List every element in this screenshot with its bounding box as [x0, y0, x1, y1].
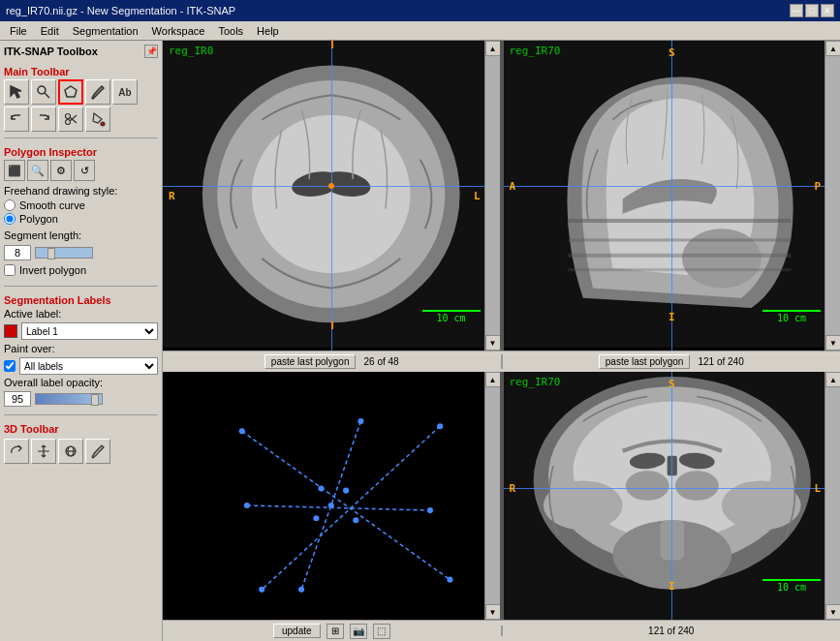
cardinal-L-tl: L: [474, 190, 481, 202]
smooth-curve-row: Smooth curve: [4, 199, 158, 211]
bottom-icon-left-2[interactable]: 📷: [350, 624, 367, 639]
paste-polygon-button-right[interactable]: paste last polygon: [599, 354, 691, 369]
bottom-status-right: 121 of 240: [501, 626, 841, 636]
opacity-input[interactable]: 95: [4, 391, 31, 407]
viewport-bottom-status-bar: update ⊞ 📷 ⬚ 121 of 240: [163, 620, 840, 641]
divider-2: [4, 286, 158, 287]
svg-point-0: [38, 86, 46, 94]
polygon-radio[interactable]: [4, 213, 16, 225]
slice-info-br: 121 of 240: [648, 626, 694, 636]
bucket-button[interactable]: [85, 107, 110, 132]
menu-file[interactable]: File: [4, 24, 33, 38]
update-button[interactable]: update: [273, 624, 321, 638]
smooth-curve-label: Smooth curve: [19, 199, 85, 211]
minimize-button[interactable]: —: [790, 4, 803, 17]
svg-rect-22: [568, 268, 791, 271]
viewport-area: reg_IR0 R L 10 cm ▲ ▼: [163, 41, 840, 641]
menu-help[interactable]: Help: [251, 24, 285, 38]
menu-tools[interactable]: Tools: [212, 24, 249, 38]
segment-length-row: Segment length:: [4, 229, 158, 241]
bottom-icon-left-1[interactable]: ⊞: [327, 624, 344, 639]
svg-point-48: [625, 471, 669, 501]
menu-workspace[interactable]: Workspace: [146, 24, 211, 38]
scroll-up-bl[interactable]: ▲: [485, 372, 501, 387]
cardinal-S-tr: S: [669, 46, 675, 59]
active-label-label: Active label:: [4, 308, 61, 320]
3d-mesh-button[interactable]: [58, 439, 83, 464]
svg-point-38: [313, 515, 319, 521]
inspector-btn-1[interactable]: ⬛: [4, 160, 25, 181]
svg-point-33: [298, 587, 304, 593]
active-label-select[interactable]: Label 1: [21, 322, 158, 340]
segment-length-label: Segment length:: [4, 229, 81, 241]
cardinal-L-br: L: [814, 482, 821, 495]
menu-bar: File Edit Segmentation Workspace Tools H…: [0, 21, 840, 41]
snake-tool-button[interactable]: Ab: [112, 79, 138, 105]
top-tick-tl: [331, 41, 333, 48]
opacity-slider[interactable]: [35, 393, 103, 405]
viewport-bl-scrollbar[interactable]: ▲ ▼: [484, 372, 500, 620]
polygon-label: Polygon: [19, 213, 58, 225]
3d-brush-button[interactable]: [85, 439, 110, 464]
viewport-top-left[interactable]: reg_IR0 R L 10 cm ▲ ▼: [163, 41, 502, 351]
scroll-down-tr[interactable]: ▼: [825, 335, 840, 351]
scroll-up-tr[interactable]: ▲: [825, 41, 840, 56]
segment-length-input[interactable]: 8: [4, 245, 31, 260]
crosshair-vertical-tl: [331, 41, 332, 351]
invert-polygon-checkbox[interactable]: [4, 264, 16, 276]
toolbox-toggle-button[interactable]: 📌: [144, 45, 158, 58]
redo-button[interactable]: [31, 107, 56, 132]
svg-point-39: [353, 517, 358, 523]
magnify-tool-button[interactable]: [31, 79, 56, 105]
segment-length-slider[interactable]: [35, 247, 93, 259]
scissors-button[interactable]: [58, 107, 83, 132]
scroll-track-tl[interactable]: [485, 56, 500, 335]
viewport-br-scrollbar[interactable]: ▲ ▼: [824, 372, 840, 620]
inspector-toolbar: ⬛ 🔍 ⚙ ↺: [4, 160, 158, 181]
scroll-down-tl[interactable]: ▼: [485, 335, 501, 351]
scroll-track-br[interactable]: [825, 387, 840, 604]
scroll-track-bl[interactable]: [485, 387, 500, 604]
viewport-tr-scrollbar[interactable]: ▲ ▼: [824, 41, 840, 351]
maximize-button[interactable]: □: [805, 4, 819, 17]
cardinal-I-br: I: [669, 580, 675, 593]
bottom-status-left: update ⊞ 📷 ⬚: [163, 624, 501, 639]
cardinal-R-br: R: [510, 482, 516, 495]
active-label-color-swatch: [4, 324, 17, 338]
paint-over-checkbox[interactable]: [4, 360, 16, 372]
viewport-bottom-right[interactable]: reg_IR70 S R L I 10 cm ⊡ ▲ ▼: [502, 372, 841, 620]
paintbrush-tool-button[interactable]: [85, 79, 110, 105]
3d-rotate-button[interactable]: [4, 439, 29, 464]
menu-edit[interactable]: Edit: [35, 24, 65, 38]
viewport-bottom-left[interactable]: ▲ ▼: [163, 372, 502, 620]
menu-segmentation[interactable]: Segmentation: [67, 24, 144, 38]
bottom-icon-left-3[interactable]: ⬚: [373, 624, 390, 639]
close-button[interactable]: ✕: [821, 4, 834, 17]
scroll-up-br[interactable]: ▲: [825, 372, 840, 387]
scroll-up-tl[interactable]: ▲: [485, 41, 501, 56]
paint-over-label-row: Paint over:: [4, 343, 158, 354]
scroll-down-br[interactable]: ▼: [825, 604, 840, 620]
scroll-track-tr[interactable]: [825, 56, 840, 335]
smooth-curve-radio[interactable]: [4, 199, 16, 211]
status-left: paste last polygon 26 of 48: [163, 354, 501, 369]
invert-polygon-label: Invert polygon: [19, 264, 86, 276]
polygon-tool-button[interactable]: [58, 79, 83, 105]
arrow-tool-button[interactable]: [4, 79, 29, 105]
svg-point-3: [66, 114, 71, 119]
viewport-tr-image-label: reg_IR70: [510, 45, 561, 57]
paste-polygon-button-left[interactable]: paste last polygon: [264, 354, 357, 369]
viewport-top-right[interactable]: reg_IR70 S A P I 10 cm ⊡ ▲ ▼: [502, 41, 841, 351]
toolbar-3d: [4, 439, 158, 464]
scale-bar-tr: 10 cm: [762, 310, 821, 323]
inspector-btn-4[interactable]: ↺: [74, 160, 95, 181]
scroll-down-bl[interactable]: ▼: [485, 604, 501, 620]
inspector-btn-zoom[interactable]: 🔍: [27, 160, 48, 181]
paint-over-select[interactable]: All labels: [19, 357, 158, 375]
scale-bar-br: 10 cm: [762, 579, 821, 593]
segment-length-input-row: 8: [4, 245, 158, 260]
inspector-btn-3[interactable]: ⚙: [50, 160, 72, 181]
3d-move-button[interactable]: [31, 439, 56, 464]
undo-button[interactable]: [4, 107, 29, 132]
viewport-tl-scrollbar[interactable]: ▲ ▼: [484, 41, 500, 351]
